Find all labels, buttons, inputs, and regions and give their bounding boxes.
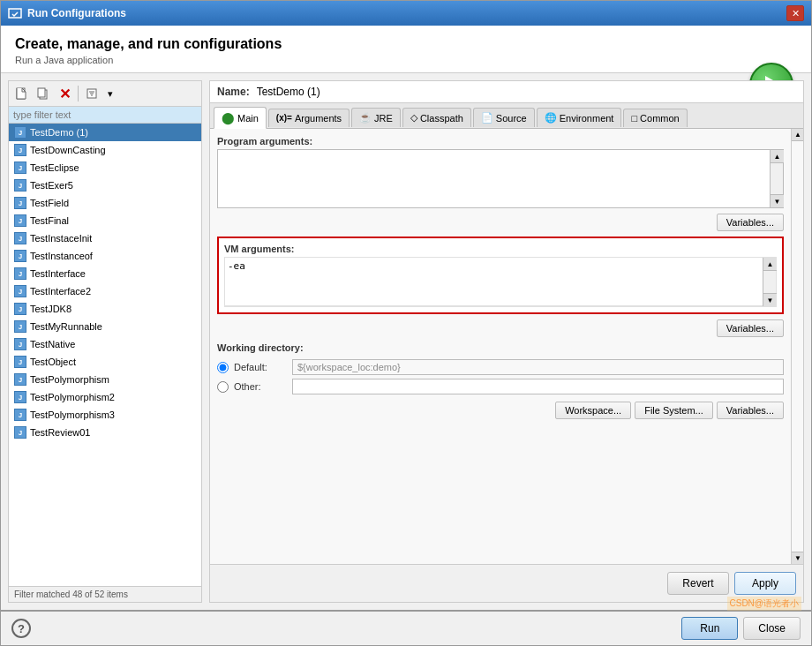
list-item[interactable]: J TestExer5	[9, 177, 201, 194]
item-label: TestReview01	[30, 427, 90, 438]
list-item[interactable]: J TestMyRunnable	[9, 318, 201, 335]
item-icon: J	[14, 179, 26, 192]
left-toolbar: ✕ ▾	[9, 81, 201, 107]
new-icon	[16, 87, 28, 100]
tab-jre[interactable]: ☕ JRE	[351, 108, 401, 127]
vm-scrollbar-down[interactable]: ▼	[763, 293, 777, 306]
tab-main[interactable]: ⬤ Main	[214, 107, 267, 129]
scrollbar-down[interactable]: ▼	[771, 194, 784, 207]
vm-variables-row: Variables...	[217, 319, 784, 337]
item-label: TestExer5	[30, 180, 73, 191]
default-radio[interactable]	[217, 362, 229, 373]
delete-config-button[interactable]: ✕	[55, 84, 74, 103]
tab-arguments-label: Arguments	[295, 113, 342, 124]
filter-button[interactable]	[82, 84, 102, 103]
program-variables-button[interactable]: Variables...	[717, 214, 784, 231]
right-scroll-down[interactable]: ▼	[792, 552, 803, 564]
item-label: TestPolymorphism	[30, 374, 109, 385]
item-label: TestInstanceof	[30, 251, 93, 261]
list-item[interactable]: J TestDemo (1)	[9, 124, 201, 141]
tab-source[interactable]: 📄 Source	[473, 108, 535, 127]
list-item[interactable]: J TestInstanceof	[9, 247, 201, 265]
item-icon: J	[14, 338, 26, 350]
tab-content: Program arguments: ▲ ▼ Variables...	[210, 129, 791, 564]
right-scroll-track	[792, 141, 803, 552]
revert-button[interactable]: Revert	[667, 572, 729, 595]
new-config-button[interactable]	[12, 84, 32, 103]
arguments-tab-icon: (x)=	[276, 113, 292, 123]
header-section: Create, manage, and run configurations R…	[1, 26, 811, 73]
list-item[interactable]: J TestEclipse	[9, 159, 201, 177]
list-item[interactable]: J TestInstaceInit	[9, 229, 201, 247]
tab-arguments[interactable]: (x)= Arguments	[268, 109, 350, 127]
scrollbar-track	[771, 163, 783, 194]
tab-common[interactable]: □ Common	[623, 109, 687, 127]
main-window: Run Configurations ✕ Create, manage, and…	[0, 0, 812, 646]
item-label: TestInterface2	[30, 286, 91, 297]
run-button[interactable]: Run	[681, 617, 738, 640]
workspace-button[interactable]: Workspace...	[555, 402, 631, 419]
close-window-button[interactable]: ✕	[786, 5, 804, 21]
program-arguments-section: Program arguments: ▲ ▼	[217, 136, 784, 208]
list-item[interactable]: J TestDownCasting	[9, 141, 201, 159]
list-item[interactable]: J TestField	[9, 194, 201, 212]
list-item[interactable]: J TestPolymorphism2	[9, 388, 201, 406]
watermark: CSDN@语光者小	[727, 597, 802, 611]
item-label: TestPolymorphism3	[30, 409, 115, 420]
header-title: Create, manage, and run configurations	[15, 36, 797, 52]
right-scrollbar: ▲ ▼	[791, 129, 803, 564]
filter-input[interactable]	[9, 107, 201, 124]
list-item[interactable]: J TestFinal	[9, 212, 201, 229]
list-item[interactable]: J TestObject	[9, 353, 201, 371]
copy-config-button[interactable]	[34, 84, 53, 103]
tree-list[interactable]: J TestDemo (1) J TestDownCasting J TestE…	[9, 124, 201, 586]
tab-classpath[interactable]: ◇ Classpath	[402, 108, 471, 127]
list-item[interactable]: J TestNative	[9, 335, 201, 353]
vm-variables-button[interactable]: Variables...	[717, 319, 784, 337]
scrollbar-up[interactable]: ▲	[771, 150, 784, 163]
default-dir-input[interactable]	[292, 359, 784, 375]
prog-scrollbar: ▲ ▼	[770, 150, 783, 207]
dialog-close-button[interactable]: Close	[743, 617, 801, 640]
item-label: TestInstaceInit	[30, 233, 92, 244]
dropdown-icon: ▾	[108, 88, 113, 100]
item-label: TestFinal	[30, 215, 69, 226]
item-icon: J	[14, 214, 26, 227]
jre-tab-icon: ☕	[359, 112, 372, 124]
list-item[interactable]: J TestInterface	[9, 265, 201, 282]
item-icon: J	[14, 144, 26, 156]
name-value: TestDemo (1)	[257, 86, 796, 98]
other-radio[interactable]	[217, 381, 229, 393]
item-icon: J	[14, 232, 26, 244]
other-dir-input[interactable]	[292, 379, 784, 394]
item-icon: J	[14, 409, 26, 421]
name-label: Name:	[217, 86, 250, 98]
vm-arguments-input[interactable]	[225, 258, 763, 306]
working-directory-label: Working directory:	[217, 342, 784, 353]
apply-button[interactable]: Apply	[734, 572, 796, 595]
item-label: TestJDK8	[30, 304, 71, 314]
vm-scrollbar: ▲ ▼	[763, 258, 776, 306]
item-label: TestDemo (1)	[30, 127, 88, 138]
right-scroll-up[interactable]: ▲	[792, 129, 803, 141]
list-item[interactable]: J TestPolymorphism3	[9, 406, 201, 424]
item-label: TestNative	[30, 339, 75, 349]
default-label: Default:	[234, 362, 287, 372]
tab-environment[interactable]: 🌐 Environment	[537, 108, 622, 127]
main-tab-icon: ⬤	[222, 111, 235, 124]
list-item[interactable]: J TestInterface2	[9, 282, 201, 300]
vm-scrollbar-up[interactable]: ▲	[763, 258, 777, 271]
help-button[interactable]: ?	[11, 619, 31, 638]
environment-tab-icon: 🌐	[545, 112, 557, 124]
tab-common-label: Common	[640, 113, 680, 124]
dropdown-button[interactable]: ▾	[103, 86, 117, 102]
item-icon: J	[14, 126, 26, 139]
list-item[interactable]: J TestReview01	[9, 424, 201, 441]
item-icon: J	[14, 162, 26, 174]
item-label: TestDownCasting	[30, 145, 106, 155]
program-arguments-input[interactable]	[218, 150, 770, 207]
dir-variables-button[interactable]: Variables...	[717, 402, 784, 419]
list-item[interactable]: J TestJDK8	[9, 300, 201, 318]
list-item[interactable]: J TestPolymorphism	[9, 371, 201, 388]
filesystem-button[interactable]: File System...	[635, 402, 713, 419]
